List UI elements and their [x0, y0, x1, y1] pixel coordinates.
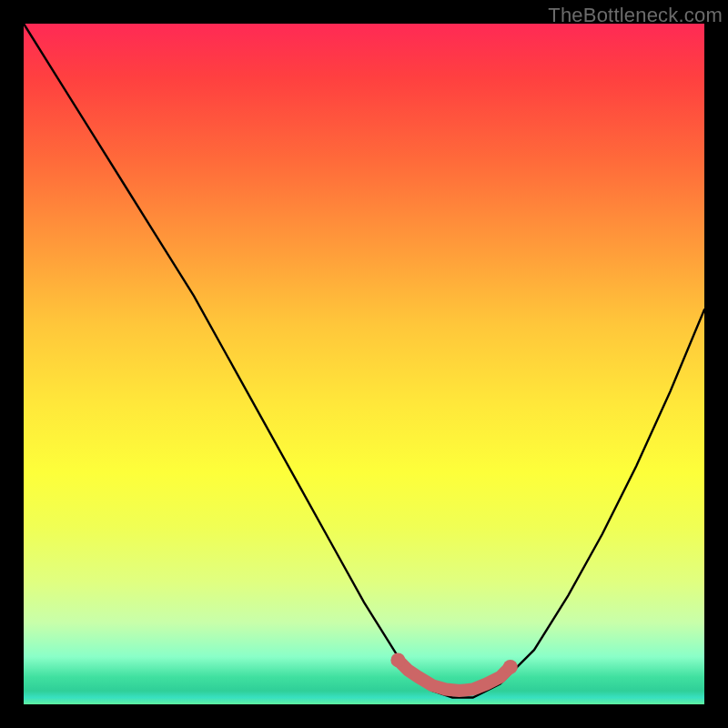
flat-region-highlight — [398, 660, 510, 691]
flat-region-endpoint — [503, 660, 518, 674]
flat-region-endpoint — [390, 652, 405, 667]
bottleneck-curve — [24, 24, 704, 698]
curve-plot — [24, 24, 704, 704]
